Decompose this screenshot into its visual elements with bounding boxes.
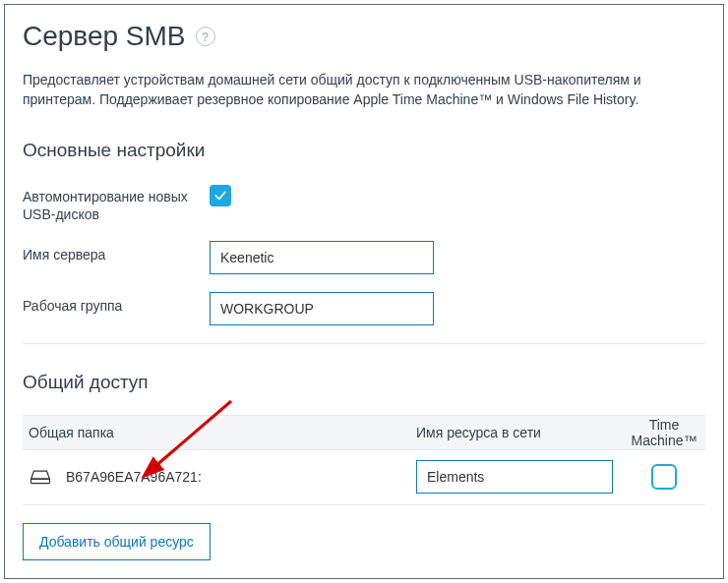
col-header-folder: Общая папка (23, 425, 416, 440)
svg-rect-0 (31, 480, 50, 484)
sharing-table-header: Общая папка Имя ресурса в сети Time Mach… (23, 415, 705, 450)
sharing-title: Общий доступ (23, 372, 705, 393)
server-name-row: Имя сервера (23, 241, 705, 274)
automount-row: Автомонтирование новых USB-дисков (23, 183, 705, 223)
col-header-time-machine: Time Machine™ (623, 417, 705, 448)
disk-icon (29, 469, 52, 485)
server-name-input[interactable] (210, 241, 434, 274)
time-machine-checkbox[interactable] (651, 464, 677, 490)
help-icon[interactable]: ? (196, 27, 215, 46)
col-header-resource: Имя ресурса в сети (416, 425, 623, 440)
section-divider (23, 343, 705, 344)
folder-name: B67A96EA7A96A721: (66, 469, 202, 485)
add-share-button[interactable]: Добавить общий ресурс (23, 523, 211, 560)
automount-label: Автомонтирование новых USB-дисков (23, 183, 210, 223)
page-title-row: Сервер SMB ? (23, 21, 705, 52)
table-row: B67A96EA7A96A721: (23, 450, 705, 505)
workgroup-row: Рабочая группа (23, 292, 705, 325)
page-description: Предоставляет устройствам домашней сети … (23, 70, 705, 110)
basic-settings-title: Основные настройки (23, 140, 705, 161)
check-icon (213, 189, 227, 203)
resource-name-input[interactable] (416, 460, 613, 494)
workgroup-input[interactable] (210, 292, 434, 325)
automount-checkbox[interactable] (210, 185, 231, 206)
workgroup-label: Рабочая группа (23, 292, 210, 315)
sharing-table: Общая папка Имя ресурса в сети Time Mach… (23, 415, 705, 505)
server-name-label: Имя сервера (23, 241, 210, 263)
page-title: Сервер SMB (23, 21, 186, 52)
smb-server-panel: Сервер SMB ? Предоставляет устройствам д… (4, 4, 724, 579)
